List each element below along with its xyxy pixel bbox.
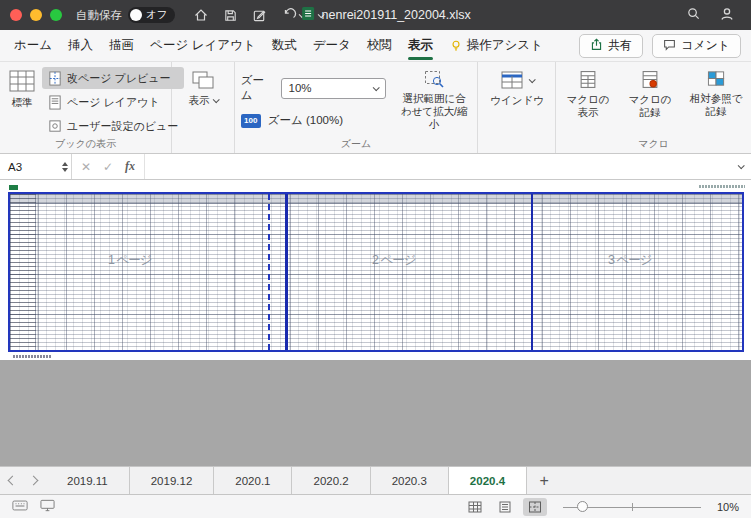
profile-icon[interactable] bbox=[719, 6, 735, 25]
zoom-percentage[interactable]: 10% bbox=[711, 501, 739, 513]
chevron-down-icon bbox=[213, 96, 220, 103]
workbook-views-group-label: ブックの表示 bbox=[0, 137, 171, 153]
previous-sheet-arrow-icon[interactable] bbox=[8, 476, 18, 486]
tab-home[interactable]: ホーム bbox=[14, 30, 52, 62]
page-break-preview-view-icon[interactable] bbox=[523, 498, 547, 516]
zoom-slider-knob[interactable] bbox=[577, 501, 588, 512]
table-header-band bbox=[10, 194, 742, 204]
compose-icon[interactable] bbox=[252, 8, 267, 23]
titlebar: 自動保存 オフ n bbox=[0, 0, 751, 30]
formula-bar: A3 ✕ ✓ fx bbox=[0, 154, 751, 180]
page-layout-view-icon[interactable] bbox=[493, 498, 517, 516]
page-layout-view-button[interactable]: ページ レイアウト bbox=[42, 91, 184, 113]
auto-page-break-line[interactable] bbox=[268, 194, 270, 350]
autosave-toggle[interactable]: オフ bbox=[128, 7, 175, 23]
save-icon[interactable] bbox=[223, 8, 238, 23]
home-icon[interactable] bbox=[193, 7, 209, 23]
cancel-icon[interactable]: ✕ bbox=[76, 160, 96, 174]
chevron-down-icon bbox=[373, 84, 380, 91]
minimize-window-button[interactable] bbox=[30, 9, 42, 21]
page-watermark-2: 2 ページ bbox=[372, 252, 416, 269]
sheet-tab-2019-11[interactable]: 2019.11 bbox=[46, 467, 130, 494]
active-cell-marker bbox=[9, 185, 18, 190]
tab-page-layout[interactable]: ページ レイアウト bbox=[150, 30, 256, 62]
show-group: 表示 bbox=[172, 62, 235, 153]
tab-insert[interactable]: 挿入 bbox=[68, 30, 93, 62]
chevron-down-icon bbox=[529, 76, 536, 83]
keyboard-icon[interactable] bbox=[12, 499, 28, 515]
lightbulb-icon bbox=[449, 39, 463, 53]
next-sheet-arrow-icon[interactable] bbox=[29, 476, 39, 486]
zoom-slider[interactable] bbox=[563, 498, 701, 516]
zoom-group: ズーム 10% 100 ズーム (100%) 選択範囲に合わせて拡大/縮小 bbox=[235, 62, 478, 153]
normal-view-icon[interactable] bbox=[463, 498, 487, 516]
window-group: ウインドウ bbox=[478, 62, 556, 153]
page-break-preview-button[interactable]: 改ページ プレビュー bbox=[42, 67, 184, 89]
name-box[interactable]: A3 bbox=[0, 154, 58, 179]
sheet-tab-2020-1[interactable]: 2020.1 bbox=[214, 467, 292, 494]
zoom-to-selection-button[interactable]: 選択範囲に合わせて拡大/縮小 bbox=[396, 67, 472, 137]
zoom-100-button[interactable]: 100 ズーム (100%) bbox=[241, 113, 386, 128]
formula-bar-expand-icon[interactable] bbox=[729, 154, 751, 179]
table-grid bbox=[10, 194, 742, 350]
tab-tell-me[interactable]: 操作アシスト bbox=[449, 30, 543, 62]
sheet-tab-2020-2[interactable]: 2020.2 bbox=[292, 467, 370, 494]
sheet-tab-bar: 2019.11 2019.12 2020.1 2020.2 2020.3 202… bbox=[0, 466, 751, 494]
search-icon[interactable] bbox=[686, 6, 701, 24]
tab-data[interactable]: データ bbox=[313, 30, 351, 62]
formula-input[interactable] bbox=[145, 154, 729, 179]
workbook-views-group: 標準 改ページ プレビュー ページ レイアウト ユーザー設定のビュー bbox=[0, 62, 172, 153]
page-watermark-1: 1 ページ bbox=[108, 252, 152, 269]
display-settings-icon[interactable] bbox=[40, 499, 55, 515]
document-title[interactable]: nenrei201911_202004.xlsx bbox=[322, 8, 471, 22]
insert-function-icon[interactable]: fx bbox=[120, 159, 140, 174]
zoom-level-select[interactable]: 10% bbox=[281, 78, 387, 99]
close-window-button[interactable] bbox=[10, 9, 22, 21]
macros-group-label: マクロ bbox=[556, 137, 751, 153]
sheet-tab-2019-12[interactable]: 2019.12 bbox=[130, 467, 215, 494]
enter-icon[interactable]: ✓ bbox=[98, 160, 118, 174]
stepper-up-icon[interactable] bbox=[62, 162, 68, 166]
tiny-footer-text bbox=[13, 355, 51, 358]
page-watermark-3: 3 ページ bbox=[608, 252, 652, 269]
tab-draw[interactable]: 描画 bbox=[109, 30, 134, 62]
share-button[interactable]: 共有 bbox=[579, 34, 643, 58]
add-sheet-button[interactable]: + bbox=[527, 467, 561, 494]
tab-view[interactable]: 表示 bbox=[408, 30, 433, 62]
macros-group: マクロの表示 マクロの記録 相対参照で記録 マクロ bbox=[556, 62, 751, 153]
tiny-header-text bbox=[699, 185, 745, 188]
worksheet-canvas[interactable]: 1 ページ 2 ページ 3 ページ bbox=[0, 180, 751, 466]
tab-formulas[interactable]: 数式 bbox=[272, 30, 297, 62]
view-macros-button[interactable]: マクロの表示 bbox=[562, 67, 614, 137]
table-row-labels bbox=[10, 194, 36, 350]
comments-button[interactable]: コメント bbox=[652, 34, 741, 58]
status-bar: 10% bbox=[0, 494, 751, 518]
sheet-tab-2020-4[interactable]: 2020.4 bbox=[449, 467, 527, 494]
zoom-label: ズーム bbox=[241, 73, 274, 103]
stepper-down-icon[interactable] bbox=[62, 168, 68, 172]
toggle-knob-icon bbox=[130, 9, 142, 21]
excel-file-icon bbox=[301, 6, 315, 24]
ribbon-tab-row: ホーム 挿入 描画 ページ レイアウト 数式 データ 校閲 表示 操作アシスト … bbox=[0, 30, 751, 62]
sheet-tab-2020-3[interactable]: 2020.3 bbox=[371, 467, 449, 494]
manual-page-break-line-1[interactable] bbox=[285, 194, 288, 350]
manual-page-break-line-2[interactable] bbox=[531, 194, 533, 350]
custom-views-button[interactable]: ユーザー設定のビュー bbox=[42, 115, 184, 137]
ribbon-view-tab-content: 標準 改ページ プレビュー ページ レイアウト ユーザー設定のビュー bbox=[0, 62, 751, 154]
autosave-label: 自動保存 bbox=[76, 8, 122, 23]
traffic-lights bbox=[10, 9, 62, 21]
excel-window: 自動保存 オフ n bbox=[0, 0, 751, 518]
fullscreen-window-button[interactable] bbox=[50, 9, 62, 21]
show-dropdown-button[interactable]: 表示 bbox=[185, 67, 221, 137]
name-box-stepper[interactable] bbox=[58, 154, 72, 179]
page-break-preview-table[interactable]: 1 ページ 2 ページ 3 ページ bbox=[8, 192, 744, 352]
zoom-group-label: ズーム bbox=[235, 137, 477, 153]
tab-review[interactable]: 校閲 bbox=[367, 30, 392, 62]
use-relative-references-button[interactable]: 相対参照で記録 bbox=[686, 67, 746, 137]
window-dropdown-button[interactable]: ウインドウ bbox=[487, 67, 547, 137]
autosave-state: オフ bbox=[146, 8, 168, 22]
zoom-100-icon: 100 bbox=[241, 114, 261, 128]
comment-icon bbox=[663, 38, 676, 54]
normal-view-button[interactable]: 標準 bbox=[6, 67, 38, 137]
record-macro-button[interactable]: マクロの記録 bbox=[624, 67, 676, 137]
